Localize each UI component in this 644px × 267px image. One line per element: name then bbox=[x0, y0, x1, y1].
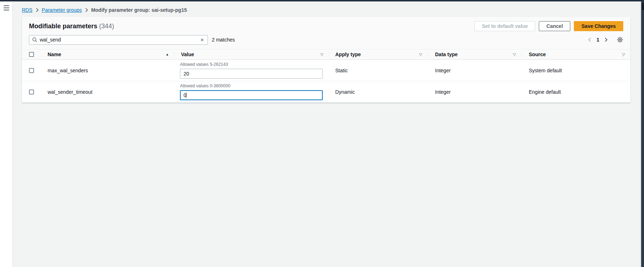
menu-hamburger-icon[interactable] bbox=[4, 5, 9, 10]
table-row: max_wal_senders Allowed values 5-262143 … bbox=[22, 60, 630, 81]
column-header-value[interactable]: Value ▽ bbox=[174, 49, 329, 59]
table-row: wal_sender_timeout Allowed values 0-3600… bbox=[22, 81, 630, 103]
card-header: Modifiable parameters (344) Set to defau… bbox=[22, 17, 630, 49]
modifiable-parameters-card: Modifiable parameters (344) Set to defau… bbox=[22, 17, 630, 103]
scrollbar-thumb[interactable] bbox=[642, 3, 644, 10]
select-all-checkbox[interactable] bbox=[29, 52, 34, 57]
data-type-value: Integer bbox=[428, 89, 521, 95]
parameter-value-input[interactable] bbox=[180, 69, 323, 79]
current-page-number[interactable]: 1 bbox=[594, 37, 602, 43]
apply-type-value: Dynamic bbox=[329, 89, 428, 95]
top-nav-bar-edge bbox=[0, 0, 644, 1]
previous-page-icon[interactable] bbox=[585, 38, 594, 42]
search-input[interactable] bbox=[40, 37, 200, 43]
column-header-name[interactable]: Name ▲ bbox=[40, 49, 174, 59]
allowed-values-hint: Allowed values 0-3600000 bbox=[180, 83, 323, 88]
parameter-value-input[interactable] bbox=[180, 90, 323, 100]
parameter-count: (344) bbox=[99, 23, 114, 30]
apply-type-value: Static bbox=[329, 68, 428, 73]
row-checkbox[interactable] bbox=[29, 89, 34, 94]
main-content: RDS Parameter groups Modify parameter gr… bbox=[13, 1, 639, 267]
cancel-button[interactable]: Cancel bbox=[539, 21, 570, 31]
parameter-name: wal_sender_timeout bbox=[40, 89, 174, 95]
clear-search-icon[interactable]: × bbox=[200, 37, 205, 43]
source-value: Engine default bbox=[521, 89, 630, 95]
table-header-row: Name ▲ Value ▽ Apply type ▽ Data type ▽ … bbox=[22, 49, 630, 60]
text-cursor bbox=[186, 92, 186, 98]
page-title: Modifiable parameters (344) bbox=[29, 23, 114, 30]
breadcrumb-parameter-groups-link[interactable]: Parameter groups bbox=[42, 7, 82, 13]
column-header-data-type[interactable]: Data type ▽ bbox=[428, 49, 521, 59]
data-type-value: Integer bbox=[428, 68, 521, 73]
column-header-apply-type[interactable]: Apply type ▽ bbox=[329, 49, 428, 59]
source-value: System default bbox=[521, 68, 630, 73]
filter-icon[interactable]: ▽ bbox=[513, 52, 521, 57]
row-checkbox[interactable] bbox=[29, 68, 34, 73]
filter-icon[interactable]: ▽ bbox=[321, 52, 329, 57]
select-all-cell bbox=[22, 49, 40, 59]
allowed-values-hint: Allowed values 5-262143 bbox=[180, 62, 323, 67]
set-to-default-button[interactable]: Set to default value bbox=[474, 21, 535, 31]
sort-ascending-icon[interactable]: ▲ bbox=[166, 53, 174, 56]
chevron-right-icon bbox=[85, 8, 88, 12]
collapsed-sidebar bbox=[0, 1, 13, 267]
save-changes-button[interactable]: Save Changes bbox=[574, 21, 623, 31]
parameter-search-box[interactable]: × bbox=[29, 35, 208, 45]
match-count-text: 2 matches bbox=[212, 37, 235, 43]
filter-icon[interactable]: ▽ bbox=[622, 52, 630, 57]
next-page-icon[interactable] bbox=[602, 38, 610, 42]
search-icon bbox=[32, 37, 37, 42]
breadcrumb-rds-link[interactable]: RDS bbox=[22, 7, 33, 13]
pagination: 1 bbox=[585, 37, 623, 43]
vertical-scrollbar[interactable] bbox=[640, 1, 644, 267]
settings-gear-icon[interactable] bbox=[617, 37, 623, 43]
breadcrumb: RDS Parameter groups Modify parameter gr… bbox=[13, 1, 639, 13]
column-header-source[interactable]: Source ▽ bbox=[521, 49, 630, 59]
breadcrumb-current-page: Modify parameter group: sai-setup-pg15 bbox=[91, 7, 187, 13]
parameter-name: max_wal_senders bbox=[40, 68, 174, 73]
chevron-right-icon bbox=[36, 8, 39, 12]
filter-icon[interactable]: ▽ bbox=[419, 52, 428, 57]
